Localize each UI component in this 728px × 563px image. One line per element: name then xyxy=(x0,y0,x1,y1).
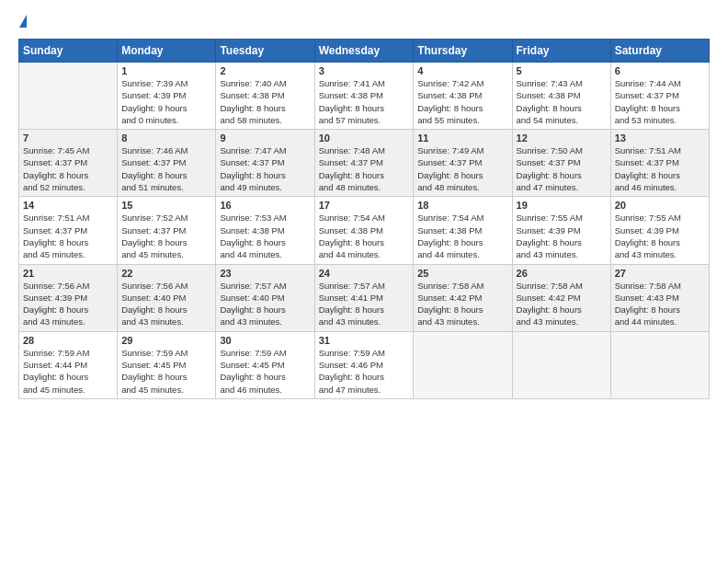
calendar-cell xyxy=(19,63,118,130)
day-info: Sunrise: 7:59 AMSunset: 4:46 PMDaylight:… xyxy=(319,347,410,396)
calendar-cell: 7Sunrise: 7:45 AMSunset: 4:37 PMDaylight… xyxy=(19,130,118,197)
day-header-tuesday: Tuesday xyxy=(216,40,314,63)
calendar-cell: 30Sunrise: 7:59 AMSunset: 4:45 PMDayligh… xyxy=(216,331,314,398)
week-row-1: 1Sunrise: 7:39 AMSunset: 4:39 PMDaylight… xyxy=(19,63,710,130)
day-info: Sunrise: 7:58 AMSunset: 4:43 PMDaylight:… xyxy=(615,280,705,328)
calendar-cell: 21Sunrise: 7:56 AMSunset: 4:39 PMDayligh… xyxy=(19,264,118,331)
day-number: 26 xyxy=(517,268,607,279)
calendar-cell xyxy=(610,331,709,398)
day-info: Sunrise: 7:41 AMSunset: 4:38 PMDaylight:… xyxy=(319,77,410,126)
calendar-cell: 25Sunrise: 7:58 AMSunset: 4:42 PMDayligh… xyxy=(414,264,512,331)
day-info: Sunrise: 7:55 AMSunset: 4:39 PMDaylight:… xyxy=(517,212,607,260)
day-header-wednesday: Wednesday xyxy=(314,40,414,63)
week-row-4: 21Sunrise: 7:56 AMSunset: 4:39 PMDayligh… xyxy=(19,264,710,331)
day-info: Sunrise: 7:54 AMSunset: 4:38 PMDaylight:… xyxy=(319,212,410,260)
day-number: 11 xyxy=(417,132,507,144)
day-info: Sunrise: 7:56 AMSunset: 4:40 PMDaylight:… xyxy=(121,280,211,328)
day-info: Sunrise: 7:58 AMSunset: 4:42 PMDaylight:… xyxy=(517,280,607,328)
day-info: Sunrise: 7:40 AMSunset: 4:38 PMDaylight:… xyxy=(220,77,310,126)
day-info: Sunrise: 7:50 AMSunset: 4:37 PMDaylight:… xyxy=(517,144,607,193)
day-info: Sunrise: 7:46 AMSunset: 4:37 PMDaylight:… xyxy=(121,144,211,193)
day-info: Sunrise: 7:56 AMSunset: 4:39 PMDaylight:… xyxy=(23,280,113,328)
calendar-cell: 29Sunrise: 7:59 AMSunset: 4:45 PMDayligh… xyxy=(118,331,216,398)
day-number: 4 xyxy=(417,65,507,76)
day-number: 2 xyxy=(220,65,310,76)
day-number: 6 xyxy=(615,65,705,76)
day-info: Sunrise: 7:55 AMSunset: 4:39 PMDaylight:… xyxy=(615,212,705,260)
calendar-cell: 1Sunrise: 7:39 AMSunset: 4:39 PMDaylight… xyxy=(118,63,216,130)
week-row-3: 14Sunrise: 7:51 AMSunset: 4:37 PMDayligh… xyxy=(19,197,710,264)
day-number: 22 xyxy=(121,268,211,279)
day-header-sunday: Sunday xyxy=(19,40,118,63)
calendar-cell: 17Sunrise: 7:54 AMSunset: 4:38 PMDayligh… xyxy=(314,197,414,264)
calendar-cell: 19Sunrise: 7:55 AMSunset: 4:39 PMDayligh… xyxy=(512,197,610,264)
day-number: 28 xyxy=(23,335,113,346)
day-info: Sunrise: 7:57 AMSunset: 4:40 PMDaylight:… xyxy=(220,280,310,328)
day-info: Sunrise: 7:59 AMSunset: 4:44 PMDaylight:… xyxy=(23,347,113,396)
calendar-cell: 23Sunrise: 7:57 AMSunset: 4:40 PMDayligh… xyxy=(216,264,314,331)
day-number: 21 xyxy=(23,268,113,279)
day-info: Sunrise: 7:44 AMSunset: 4:37 PMDaylight:… xyxy=(615,77,705,126)
day-number: 19 xyxy=(517,200,607,211)
day-info: Sunrise: 7:53 AMSunset: 4:38 PMDaylight:… xyxy=(220,212,310,260)
day-number: 7 xyxy=(23,132,113,144)
calendar-cell: 13Sunrise: 7:51 AMSunset: 4:37 PMDayligh… xyxy=(610,130,709,197)
calendar-cell: 22Sunrise: 7:56 AMSunset: 4:40 PMDayligh… xyxy=(118,264,216,331)
day-number: 5 xyxy=(517,65,607,76)
day-header-thursday: Thursday xyxy=(414,40,512,63)
week-row-2: 7Sunrise: 7:45 AMSunset: 4:37 PMDaylight… xyxy=(19,130,710,197)
calendar-cell: 26Sunrise: 7:58 AMSunset: 4:42 PMDayligh… xyxy=(512,264,610,331)
day-number: 27 xyxy=(615,268,705,279)
day-number: 3 xyxy=(319,65,410,76)
calendar-cell: 24Sunrise: 7:57 AMSunset: 4:41 PMDayligh… xyxy=(314,264,414,331)
day-number: 8 xyxy=(121,132,211,144)
day-info: Sunrise: 7:51 AMSunset: 4:37 PMDaylight:… xyxy=(23,212,113,260)
day-number: 31 xyxy=(319,335,410,346)
calendar-cell: 27Sunrise: 7:58 AMSunset: 4:43 PMDayligh… xyxy=(610,264,709,331)
calendar-cell: 18Sunrise: 7:54 AMSunset: 4:38 PMDayligh… xyxy=(414,197,512,264)
calendar-cell: 31Sunrise: 7:59 AMSunset: 4:46 PMDayligh… xyxy=(314,331,414,398)
day-number: 1 xyxy=(121,65,211,76)
calendar-cell: 5Sunrise: 7:43 AMSunset: 4:38 PMDaylight… xyxy=(512,63,610,130)
calendar-cell xyxy=(414,331,512,398)
day-number: 24 xyxy=(319,268,410,279)
day-info: Sunrise: 7:59 AMSunset: 4:45 PMDaylight:… xyxy=(220,347,310,396)
day-header-friday: Friday xyxy=(512,40,610,63)
day-header-saturday: Saturday xyxy=(610,40,709,63)
calendar-cell: 2Sunrise: 7:40 AMSunset: 4:38 PMDaylight… xyxy=(216,63,314,130)
day-info: Sunrise: 7:59 AMSunset: 4:45 PMDaylight:… xyxy=(121,347,211,396)
day-number: 15 xyxy=(121,200,211,211)
calendar-cell: 28Sunrise: 7:59 AMSunset: 4:44 PMDayligh… xyxy=(19,331,118,398)
day-info: Sunrise: 7:54 AMSunset: 4:38 PMDaylight:… xyxy=(417,212,507,260)
logo xyxy=(18,15,27,29)
day-number: 25 xyxy=(417,268,507,279)
calendar-cell: 4Sunrise: 7:42 AMSunset: 4:38 PMDaylight… xyxy=(414,63,512,130)
calendar-cell: 20Sunrise: 7:55 AMSunset: 4:39 PMDayligh… xyxy=(610,197,709,264)
day-info: Sunrise: 7:58 AMSunset: 4:42 PMDaylight:… xyxy=(417,280,507,328)
day-info: Sunrise: 7:48 AMSunset: 4:37 PMDaylight:… xyxy=(319,144,410,193)
calendar-cell: 14Sunrise: 7:51 AMSunset: 4:37 PMDayligh… xyxy=(19,197,118,264)
calendar-cell: 8Sunrise: 7:46 AMSunset: 4:37 PMDaylight… xyxy=(118,130,216,197)
day-number: 18 xyxy=(417,200,507,211)
calendar-cell: 3Sunrise: 7:41 AMSunset: 4:38 PMDaylight… xyxy=(314,63,414,130)
calendar-cell: 12Sunrise: 7:50 AMSunset: 4:37 PMDayligh… xyxy=(512,130,610,197)
day-number: 16 xyxy=(220,200,310,211)
day-number: 14 xyxy=(23,200,113,211)
day-number: 12 xyxy=(517,132,607,144)
day-number: 17 xyxy=(319,200,410,211)
logo-triangle-icon xyxy=(19,15,27,28)
day-info: Sunrise: 7:39 AMSunset: 4:39 PMDaylight:… xyxy=(121,77,211,126)
calendar-table: SundayMondayTuesdayWednesdayThursdayFrid… xyxy=(18,39,710,399)
calendar-cell: 15Sunrise: 7:52 AMSunset: 4:37 PMDayligh… xyxy=(118,197,216,264)
day-number: 29 xyxy=(121,335,211,346)
calendar-cell: 6Sunrise: 7:44 AMSunset: 4:37 PMDaylight… xyxy=(610,63,709,130)
day-number: 13 xyxy=(615,132,705,144)
logo-text xyxy=(18,15,27,29)
calendar-cell xyxy=(512,331,610,398)
day-info: Sunrise: 7:47 AMSunset: 4:37 PMDaylight:… xyxy=(220,144,310,193)
day-number: 30 xyxy=(220,335,310,346)
day-info: Sunrise: 7:42 AMSunset: 4:38 PMDaylight:… xyxy=(417,77,507,126)
day-number: 9 xyxy=(220,132,310,144)
day-info: Sunrise: 7:43 AMSunset: 4:38 PMDaylight:… xyxy=(517,77,607,126)
day-number: 23 xyxy=(220,268,310,279)
